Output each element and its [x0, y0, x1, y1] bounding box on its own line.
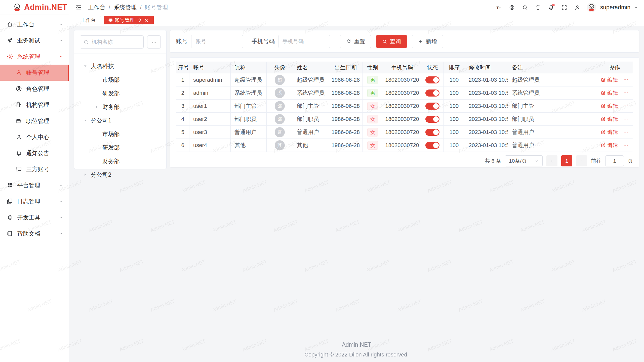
next-page-button[interactable] — [576, 155, 587, 166]
sidebar-item-log-mgmt[interactable]: 日志管理 — [0, 193, 69, 209]
caret-down-icon[interactable] — [83, 64, 91, 68]
close-icon[interactable] — [144, 18, 149, 23]
breadcrumb-item[interactable]: 工作台 — [88, 4, 105, 11]
search-button[interactable] — [519, 2, 531, 13]
avatar: 部 — [275, 101, 285, 111]
sidebar-item-position-mgmt[interactable]: 职位管理 — [0, 113, 69, 129]
tree-node-label: 研发部 — [102, 144, 120, 152]
sidebar-item-system-mgmt[interactable]: 系统管理 — [0, 49, 69, 65]
sidebar-item-dev-tools[interactable]: 开发工具 — [0, 209, 69, 225]
send-icon — [7, 37, 13, 44]
edit-button[interactable]: 编辑 — [601, 89, 618, 97]
org-more-button[interactable] — [147, 35, 161, 49]
add-button[interactable]: 新增 — [412, 35, 443, 48]
fullscreen-button[interactable] — [558, 2, 570, 13]
tree-node[interactable]: 市场部 — [80, 127, 161, 141]
cell-birth: 1986-06-28 — [329, 73, 363, 86]
user-avatar[interactable] — [587, 3, 596, 12]
page-unit-label: 页 — [628, 157, 633, 164]
gender-badge: 女 — [367, 128, 378, 137]
status-toggle[interactable] — [425, 116, 439, 123]
breadcrumb-item[interactable]: 系统管理 — [113, 4, 137, 11]
sidebar-item-workbench[interactable]: 工作台 — [0, 16, 69, 32]
notifications-button[interactable] — [545, 2, 557, 13]
cell-name: 部门职员 — [293, 113, 329, 126]
tree-node[interactable]: 分公司2 — [80, 168, 161, 182]
tab-workbench[interactable]: 工作台 — [76, 16, 101, 24]
sidebar-item-platform-mgmt[interactable]: 平台管理 — [0, 177, 69, 193]
edit-label: 编辑 — [608, 116, 618, 123]
breadcrumb-separator: / — [109, 4, 110, 11]
refresh-icon[interactable] — [137, 18, 142, 23]
status-toggle[interactable] — [425, 76, 439, 83]
cell-nickname: 普通用户 — [231, 126, 267, 139]
sidebar-item-help-docs[interactable]: 帮助文档 — [0, 225, 69, 242]
phone-filter-input[interactable] — [278, 35, 330, 48]
caret-down-icon[interactable] — [83, 118, 91, 122]
tree-node[interactable]: 研发部 — [80, 86, 161, 100]
sidebar-item-role-mgmt[interactable]: 角色管理 — [0, 81, 69, 97]
cell-remark: 部门主管 — [508, 100, 596, 113]
tree-node-label: 研发部 — [102, 89, 120, 97]
sidebar-item-label: 账号管理 — [26, 69, 63, 77]
theme-button[interactable] — [532, 2, 544, 13]
tree-node[interactable]: 大名科技 — [80, 59, 161, 73]
edit-button[interactable]: 编辑 — [601, 142, 618, 149]
sidebar-item-third-party-account[interactable]: 三方账号 — [0, 161, 69, 177]
more-actions-button[interactable] — [623, 103, 628, 109]
status-toggle[interactable] — [425, 89, 439, 97]
status-toggle[interactable] — [425, 103, 439, 110]
more-actions-button[interactable] — [623, 77, 628, 82]
edit-button[interactable]: 编辑 — [601, 76, 618, 83]
goto-label: 前往 — [591, 157, 601, 164]
menu-fold-icon[interactable] — [75, 4, 82, 11]
cell-ops: 编辑 — [596, 126, 633, 139]
tree-node[interactable]: 分公司1 — [80, 114, 161, 127]
footer-title: Admin.NET — [69, 341, 644, 348]
more-actions-button[interactable] — [623, 90, 628, 96]
more-actions-button[interactable] — [623, 129, 628, 135]
chevron-down-icon — [59, 183, 63, 188]
sidebar-item-personal-center[interactable]: 个人中心 — [0, 129, 69, 145]
footer-copyright: Copyright © 2022 Dilon All rights reserv… — [69, 351, 644, 358]
edit-icon — [601, 117, 606, 122]
caret-right-icon[interactable] — [95, 105, 102, 109]
svg-text:T: T — [499, 6, 501, 9]
page-size-select[interactable]: 10条/页 — [505, 155, 543, 166]
tab-account-mgmt[interactable]: 账号管理 — [104, 16, 154, 24]
page-number-1[interactable]: 1 — [561, 155, 572, 166]
font-size-button[interactable]: TT — [493, 2, 505, 13]
building-icon — [16, 102, 22, 108]
status-toggle[interactable] — [425, 142, 439, 149]
gender-badge: 男 — [367, 89, 378, 97]
active-tab-dot — [109, 19, 112, 22]
tree-node[interactable]: 财务部 — [80, 154, 161, 168]
sidebar-item-account-mgmt[interactable]: 账号管理 — [0, 65, 69, 81]
profile-button[interactable] — [572, 2, 583, 13]
more-actions-button[interactable] — [623, 143, 628, 148]
sidebar-item-label: 系统管理 — [17, 53, 59, 61]
tree-node[interactable]: 市场部 — [80, 73, 161, 86]
username[interactable]: superadmin — [600, 4, 630, 11]
caret-right-icon[interactable] — [83, 173, 91, 177]
sidebar-item-notice[interactable]: 通知公告 — [0, 145, 69, 161]
account-filter-input[interactable] — [191, 35, 243, 48]
goto-page-input[interactable] — [605, 155, 624, 166]
app-logo: Admin.NET — [0, 0, 69, 15]
prev-page-button[interactable] — [546, 155, 557, 166]
edit-button[interactable]: 编辑 — [601, 103, 618, 110]
query-button[interactable]: 查询 — [376, 35, 407, 48]
org-search-input[interactable] — [80, 35, 144, 49]
language-button[interactable] — [506, 2, 518, 13]
sidebar-item-label: 帮助文档 — [17, 230, 59, 238]
sidebar-item-org-mgmt[interactable]: 机构管理 — [0, 97, 69, 113]
status-toggle[interactable] — [425, 129, 439, 136]
sidebar-item-business-test[interactable]: 业务测试 — [0, 32, 69, 49]
reset-button[interactable]: 重置 — [340, 35, 371, 48]
more-actions-button[interactable] — [623, 116, 628, 122]
edit-button[interactable]: 编辑 — [601, 129, 618, 136]
tree-node[interactable]: 财务部 — [80, 100, 161, 114]
cell-name: 其他 — [293, 139, 329, 152]
tree-node[interactable]: 研发部 — [80, 141, 161, 154]
edit-button[interactable]: 编辑 — [601, 116, 618, 123]
